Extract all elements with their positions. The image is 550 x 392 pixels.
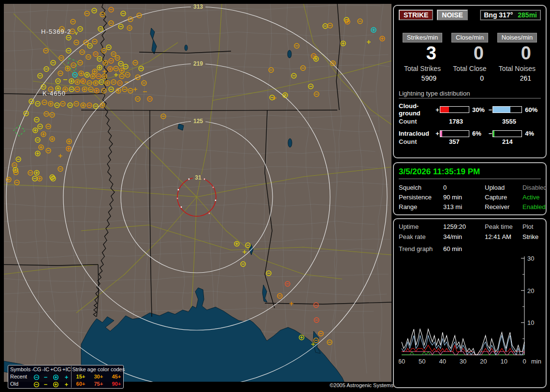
legend-recent-row: Recent 15+ 30+ 45+ — [10, 373, 125, 380]
statistics-panel: Uptime 1259:20 Peak time Plot Peak rate … — [393, 218, 547, 388]
age-60: 60+ — [72, 380, 89, 388]
svg-text:0: 0 — [522, 358, 526, 365]
peak-rate-value: 34/min — [443, 233, 485, 240]
upload-label: Upload — [485, 184, 522, 191]
strike-counters-panel: STRIKE NOISE Bng 317°285mi Strikes/min 3… — [393, 5, 547, 158]
recent-cg-neg-icon — [31, 373, 42, 380]
squelch-value: 0 — [443, 184, 485, 191]
range-label: Range — [399, 203, 443, 210]
count-label: Count — [399, 138, 449, 145]
svg-text:min: min — [531, 358, 541, 365]
noises-per-min-chip: Noises/min — [497, 33, 537, 42]
svg-text:10: 10 — [500, 358, 507, 365]
age-15: 15+ — [72, 373, 89, 380]
ic-neg-count: 214 — [502, 138, 513, 145]
cg-pos-bar — [440, 106, 469, 113]
svg-text:K-4650: K-4650 — [43, 90, 66, 97]
distribution-header: Lightning type distribution — [399, 90, 541, 98]
app-window: { "map": { "copyright": "©2005 Astrogeni… — [0, 0, 550, 392]
legend-col-cg-pos: +CG — [50, 366, 62, 373]
peak-time-label: Peak time — [485, 223, 522, 230]
minus-sign: − — [488, 106, 493, 113]
legend-col-cg-neg: -CG — [31, 366, 42, 373]
svg-text:50: 50 — [419, 358, 425, 365]
svg-text:125: 125 — [193, 118, 203, 125]
old-cg-pos-icon — [50, 380, 62, 388]
svg-text:v: v — [75, 30, 78, 36]
squelch-label: Squelch — [399, 184, 443, 191]
map-canvas[interactable]: 31321912531H-5369-2vK-4650 — [4, 4, 391, 382]
ic-pos-percent: 6% — [472, 130, 488, 137]
svg-text:20: 20 — [480, 358, 487, 365]
total-close-label: Total Close — [446, 65, 493, 72]
count-label: Count — [399, 118, 449, 125]
uptime-value: 1259:20 — [443, 223, 485, 230]
plot-label: Plot — [522, 223, 541, 230]
age-75: 75+ — [89, 380, 107, 388]
cg-neg-percent: 60% — [525, 106, 541, 113]
bearing-range-value: 285mi — [518, 11, 537, 19]
copyright-text: ©2005 Astrogenic Systems — [330, 382, 393, 388]
svg-text:313: 313 — [193, 4, 203, 10]
strikes-per-min-chip: Strikes/min — [403, 33, 442, 42]
intracloud-count-row: Count 357 214 — [399, 138, 541, 145]
range-value: 313 mi — [443, 203, 485, 210]
intracloud-row: Intracloud + 6% − 4% — [399, 130, 541, 137]
close-column: Close/min 0 Total Close 0 — [446, 33, 493, 82]
legend-age-header: Strike age color codes — [72, 366, 125, 373]
status-panel: 3/5/2026 11:35:19 PM Squelch 0 Upload Di… — [393, 162, 547, 215]
cg-pos-percent: 30% — [472, 106, 488, 113]
capture-label: Capture — [485, 194, 522, 201]
cloud-ground-label: Cloud-ground — [399, 102, 435, 117]
receiver-status: Enabled — [522, 203, 547, 210]
old-ic-pos-icon — [62, 380, 72, 388]
legend-header-row: Symbols -CG -IC +CG +IC Strike age color… — [10, 366, 125, 373]
legend-col-ic-neg: -IC — [42, 366, 50, 373]
svg-text:H-5369-2: H-5369-2 — [41, 28, 71, 35]
total-noises-label: Total Noises — [493, 65, 541, 72]
peak-time-value: 12:41 AM — [485, 233, 522, 240]
ic-pos-count: 357 — [449, 138, 502, 145]
total-close-value: 0 — [446, 74, 493, 82]
legend-col-ic-pos: +IC — [62, 366, 72, 373]
legend-old-row: Old 60+ 75+ 90+ — [10, 380, 125, 388]
svg-text:10: 10 — [527, 319, 534, 326]
cg-neg-count: 3555 — [502, 118, 516, 125]
strike-mode-button[interactable]: STRIKE — [399, 10, 433, 20]
plus-sign: + — [435, 106, 440, 113]
svg-text:31: 31 — [195, 174, 202, 181]
noise-mode-button[interactable]: NOISE — [437, 10, 468, 20]
noises-column: Noises/min 0 Total Noises 261 — [493, 33, 541, 82]
cg-pos-count: 1783 — [449, 118, 502, 125]
total-strikes-label: Total Strikes — [399, 65, 446, 72]
receiver-label: Receiver — [485, 203, 522, 210]
plot-value: Strike — [522, 233, 541, 240]
plus-sign: + — [435, 130, 440, 137]
capture-status: Active — [522, 194, 547, 201]
ic-pos-bar — [440, 130, 469, 137]
trend-graph-chart: 1020306050403020100min — [399, 252, 544, 373]
recent-ic-neg-icon — [42, 373, 50, 380]
lightning-map[interactable]: 31321912531H-5369-2vK-4650 — [4, 4, 391, 382]
svg-text:219: 219 — [193, 60, 203, 67]
old-cg-neg-icon — [31, 380, 42, 388]
bearing-readout: Bng 317°285mi — [480, 10, 541, 20]
legend-recent-label: Recent — [10, 373, 31, 380]
strikes-column: Strikes/min 3 Total Strikes 5909 — [399, 33, 446, 82]
minus-sign: − — [488, 130, 493, 137]
svg-text:20: 20 — [527, 287, 534, 294]
age-30: 30+ — [89, 373, 107, 380]
age-90: 90+ — [107, 380, 125, 388]
total-noises-value: 261 — [493, 74, 541, 82]
cg-neg-bar — [492, 106, 522, 113]
cloud-ground-count-row: Count 1783 3555 — [399, 118, 541, 125]
cloud-ground-row: Cloud-ground + 30% − 60% — [399, 102, 541, 117]
legend-old-label: Old — [10, 380, 31, 388]
bearing-value: Bng 317° — [484, 11, 513, 19]
upload-status: Disabled — [522, 184, 547, 191]
legend-symbols-header: Symbols — [10, 366, 31, 373]
noises-per-min-value: 0 — [493, 42, 541, 64]
datetime-display: 3/5/2026 11:35:19 PM — [399, 167, 541, 179]
svg-text:40: 40 — [439, 358, 446, 365]
svg-text:60: 60 — [399, 358, 405, 365]
